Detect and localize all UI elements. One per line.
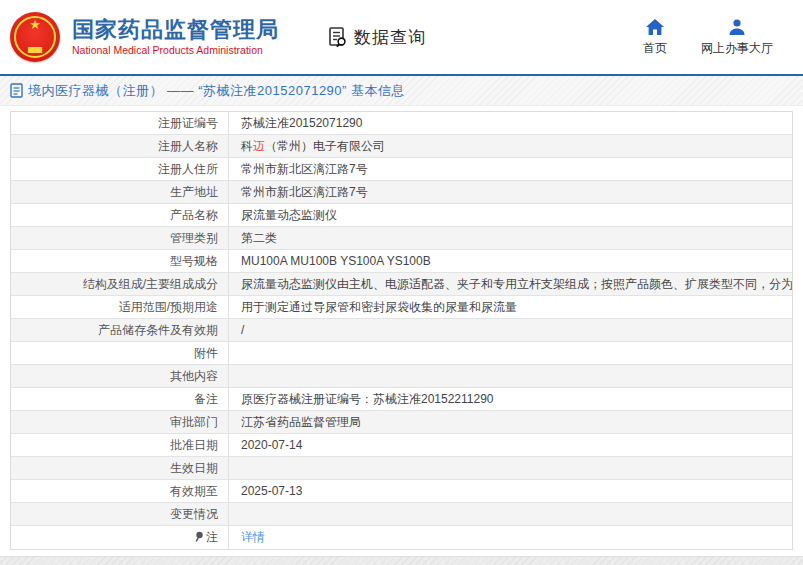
table-row: 生效日期 [11, 457, 792, 480]
table-row: 适用范围/预期用途 用于测定通过导尿管和密封尿袋收集的尿量和尿流量 [11, 296, 792, 319]
table-row: 产品名称 尿流量动态监测仪 [11, 204, 792, 227]
row-label: 结构及组成/主要组成成分 [11, 273, 229, 295]
row-value [229, 457, 792, 479]
site-title: 国家药品监督管理局 [72, 17, 279, 43]
table-row: 附件 [11, 342, 792, 365]
table-row: 管理类别 第二类 [11, 227, 792, 250]
value-text: 科 [241, 138, 253, 155]
table-row: 产品储存条件及有效期 / [11, 319, 792, 342]
row-value: 2025-07-13 [229, 480, 792, 502]
row-label: 审批部门 [11, 411, 229, 433]
row-value: 第二类 [229, 227, 792, 249]
row-value: 苏械注准20152071290 [229, 112, 792, 134]
data-query-icon [327, 26, 349, 48]
row-value: 江苏省药品监督管理局 [229, 411, 792, 433]
row-value [229, 365, 792, 387]
row-label: 附件 [11, 342, 229, 364]
row-label: 注册人名称 [11, 135, 229, 157]
data-query-section[interactable]: 数据查询 [327, 26, 426, 49]
table-row: 注册人名称 科迈（常州）电子有限公司 [11, 135, 792, 158]
row-label: 注册人住所 [11, 158, 229, 180]
row-value: 用于测定通过导尿管和密封尿袋收集的尿量和尿流量 [229, 296, 792, 318]
row-value: 常州市新北区漓江路7号 [229, 181, 792, 203]
row-value: / [229, 319, 792, 341]
page-header: ★ ▄▄ 国家药品监督管理局 National Medical Products… [0, 0, 803, 74]
row-label: 注册证编号 [11, 112, 229, 134]
table-row: 批准日期 2020-07-14 [11, 434, 792, 457]
nav-service-hall-label: 网上办事大厅 [701, 40, 773, 57]
home-icon [645, 18, 665, 36]
row-label: 适用范围/预期用途 [11, 296, 229, 318]
highlighted-keyword: 迈 [253, 138, 265, 155]
row-value: 常州市新北区漓江路7号 [229, 158, 792, 180]
row-value [229, 503, 792, 525]
table-row: 有效期至 2025-07-13 [11, 480, 792, 503]
row-label: 有效期至 [11, 480, 229, 502]
user-icon [728, 18, 746, 36]
table-row: 型号规格 MU100A MU100B YS100A YS100B [11, 250, 792, 273]
details-link[interactable]: 详情 [241, 529, 265, 546]
header-nav: 首页 网上办事大厅 [643, 18, 773, 57]
row-value: MU100A MU100B YS100A YS100B [229, 250, 792, 272]
nav-home[interactable]: 首页 [643, 18, 667, 57]
row-label: 生效日期 [11, 457, 229, 479]
row-label: 产品储存条件及有效期 [11, 319, 229, 341]
row-label: 注 [11, 526, 229, 549]
row-label: 产品名称 [11, 204, 229, 226]
site-subtitle: National Medical Products Administration [72, 43, 279, 58]
row-value: 尿流量动态监测仪 [229, 204, 792, 226]
value-text: （常州）电子有限公司 [265, 138, 385, 155]
nav-home-label: 首页 [643, 40, 667, 57]
national-emblem-icon: ★ ▄▄ [10, 12, 60, 62]
row-value: 2020-07-14 [229, 434, 792, 456]
table-row: 审批部门 江苏省药品监督管理局 [11, 411, 792, 434]
table-row: 注册证编号 苏械注准20152071290 [11, 112, 792, 135]
row-value: 科迈（常州）电子有限公司 [229, 135, 792, 157]
row-label: 变更情况 [11, 503, 229, 525]
table-row: 生产地址 常州市新北区漓江路7号 [11, 181, 792, 204]
row-label: 型号规格 [11, 250, 229, 272]
table-row: 注册人住所 常州市新北区漓江路7号 [11, 158, 792, 181]
nmpa-logo: ★ ▄▄ 国家药品监督管理局 National Medical Products… [10, 12, 279, 62]
row-label: 批准日期 [11, 434, 229, 456]
note-pin-icon [194, 531, 204, 544]
page-title: 境内医疗器械（注册） —— “苏械注准20152071290” 基本信息 [28, 82, 405, 100]
row-label: 管理类别 [11, 227, 229, 249]
table-row: 其他内容 [11, 365, 792, 388]
row-label: 其他内容 [11, 365, 229, 387]
table-row: 注 详情 [11, 526, 792, 549]
registration-info-table: 注册证编号 苏械注准20152071290 注册人名称 科迈（常州）电子有限公司… [10, 111, 793, 550]
document-icon [10, 83, 28, 98]
data-query-label: 数据查询 [354, 26, 426, 49]
row-label: 生产地址 [11, 181, 229, 203]
row-label-text: 注 [206, 529, 218, 546]
footer-strip [0, 556, 803, 565]
row-value [229, 342, 792, 364]
row-label: 备注 [11, 388, 229, 410]
row-value: 原医疗器械注册证编号：苏械注准20152211290 [229, 388, 792, 410]
row-value: 尿流量动态监测仪由主机、电源适配器、夹子和专用立杆支架组成；按照产品颜色、扩展类… [229, 273, 792, 295]
breadcrumb: 境内医疗器械（注册） —— “苏械注准20152071290” 基本信息 [0, 76, 803, 106]
nav-service-hall[interactable]: 网上办事大厅 [701, 18, 773, 57]
row-value: 详情 [229, 526, 792, 549]
table-row: 变更情况 [11, 503, 792, 526]
table-row: 备注 原医疗器械注册证编号：苏械注准20152211290 [11, 388, 792, 411]
table-row: 结构及组成/主要组成成分 尿流量动态监测仪由主机、电源适配器、夹子和专用立杆支架… [11, 273, 792, 296]
